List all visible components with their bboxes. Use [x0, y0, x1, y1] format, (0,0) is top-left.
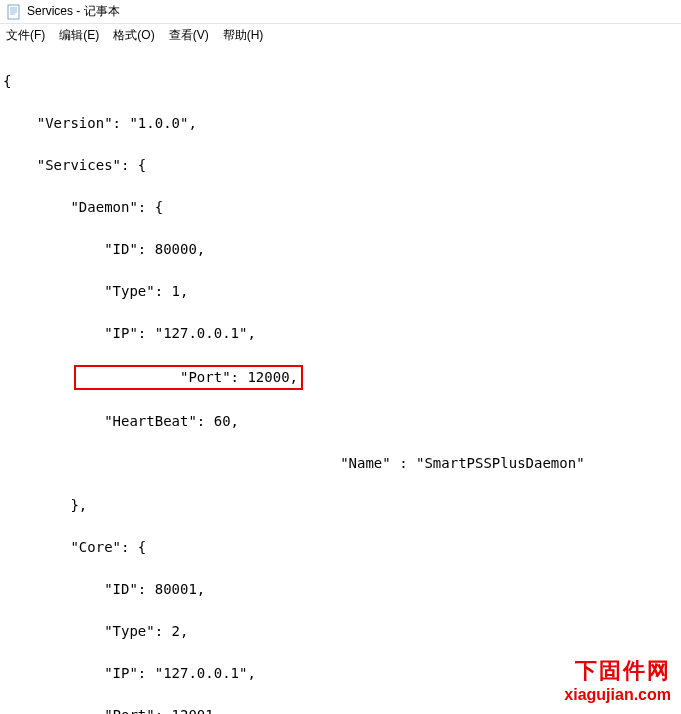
watermark-text-cn: 下固件网 — [564, 656, 671, 686]
watermark-text-url: xiagujian.com — [564, 686, 671, 704]
menu-file[interactable]: 文件(F) — [6, 27, 45, 44]
code-line: "Port": 12001, — [0, 705, 681, 714]
code-line: "Version": "1.0.0", — [0, 113, 681, 134]
code-line: "Daemon": { — [0, 197, 681, 218]
menu-view[interactable]: 查看(V) — [169, 27, 209, 44]
code-line: "Services": { — [0, 155, 681, 176]
menu-edit[interactable]: 编辑(E) — [59, 27, 99, 44]
code-line: "IP": "127.0.0.1", — [0, 323, 681, 344]
menu-help[interactable]: 帮助(H) — [223, 27, 264, 44]
menu-format[interactable]: 格式(O) — [113, 27, 154, 44]
notepad-icon — [6, 4, 22, 20]
menubar: 文件(F) 编辑(E) 格式(O) 查看(V) 帮助(H) — [0, 24, 681, 46]
code-line: "ID": 80000, — [0, 239, 681, 260]
code-line: "ID": 80001, — [0, 579, 681, 600]
watermark: 下固件网 xiagujian.com — [564, 656, 671, 704]
code-line: "HeartBeat": 60, — [0, 411, 681, 432]
window-title: Services - 记事本 — [27, 3, 120, 20]
titlebar: Services - 记事本 — [0, 0, 681, 24]
code-line-highlighted: "Port": 12000, — [0, 365, 681, 390]
code-line: { — [0, 71, 681, 92]
highlight-box: "Port": 12000, — [74, 365, 303, 390]
code-line: "Core": { — [0, 537, 681, 558]
code-line: "Type": 2, — [0, 621, 681, 642]
editor-content[interactable]: { "Version": "1.0.0", "Services": { "Dae… — [0, 46, 681, 714]
code-line: }, — [0, 495, 681, 516]
code-line: "Name" : "SmartPSSPlusDaemon" — [0, 453, 681, 474]
code-line: "Type": 1, — [0, 281, 681, 302]
